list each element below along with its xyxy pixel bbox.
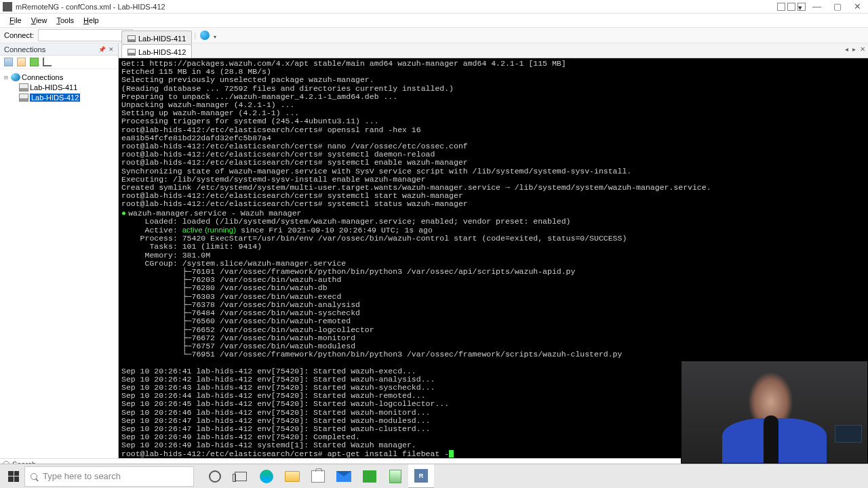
explorer-button[interactable] — [279, 464, 305, 489]
app-icon — [3, 2, 12, 12]
search-placeholder: Type here to search — [43, 471, 121, 481]
webcam-overlay — [681, 361, 868, 464]
notepad-button[interactable] — [382, 464, 408, 489]
titlebar-widgets: ▾ — [777, 3, 806, 11]
connect-label: Connect: — [4, 31, 34, 39]
connections-tree: ⊟Connections Lab-HIDS-411Lab-HIDS-412 — [0, 69, 118, 105]
search-icon — [31, 473, 37, 480]
tree-item-lab-hids-412[interactable]: Lab-HIDS-412 — [1, 92, 117, 102]
new-connection-icon[interactable] — [4, 58, 13, 66]
connections-header: Connections 📌✕ — [0, 43, 118, 56]
panel-pin-icon[interactable]: 📌 — [98, 46, 106, 53]
menu-tools[interactable]: Tools — [52, 15, 78, 26]
tab-prev-icon[interactable]: ◂ — [845, 45, 848, 53]
minimize-button[interactable]: — — [812, 1, 821, 12]
tab-strip: Lab-HIDS-411Lab-HIDS-412 ◂ ▸ ✕ — [119, 43, 868, 58]
title-suffix: confCons.xml - Lab-HIDS-412 — [66, 3, 165, 11]
tree-root[interactable]: ⊟Connections — [1, 72, 117, 82]
tab-next-icon[interactable]: ▸ — [852, 45, 856, 53]
computer-icon — [127, 35, 136, 42]
mremoteng-button[interactable]: R — [408, 464, 434, 489]
globe-icon — [11, 73, 20, 81]
edge-button[interactable] — [254, 464, 279, 489]
computer-icon — [127, 49, 136, 56]
taskbar: Type here to search R — [0, 464, 868, 488]
menu-bar: File View Tools Help — [0, 14, 868, 27]
taskview-button[interactable] — [228, 464, 254, 489]
connections-toolbar — [0, 56, 118, 69]
connections-panel: Connections 📌✕ ⊟Connections Lab-HIDS-411… — [0, 43, 119, 458]
taskbar-search[interactable]: Type here to search — [24, 466, 194, 487]
app-name: mRemoteNG — [16, 3, 59, 11]
globe-dropdown[interactable] — [214, 32, 220, 39]
menu-file[interactable]: File — [5, 15, 26, 26]
menu-view[interactable]: View — [27, 15, 52, 26]
tab-lab-hids-411[interactable]: Lab-HIDS-411 — [121, 30, 192, 44]
mail-button[interactable] — [331, 464, 357, 489]
tree-item-lab-hids-411[interactable]: Lab-HIDS-411 — [1, 82, 117, 92]
menu-help[interactable]: Help — [79, 15, 103, 26]
computer-icon — [19, 94, 28, 102]
sort-icon[interactable] — [43, 58, 52, 66]
tab-close-icon[interactable]: ✕ — [860, 45, 865, 53]
connect-input[interactable] — [38, 29, 133, 41]
start-button[interactable] — [0, 464, 27, 489]
store-button[interactable] — [305, 464, 331, 489]
panel-close-icon[interactable]: ✕ — [108, 46, 114, 53]
app-title: mRemoteNG - confCons.xml - Lab-HIDS-412 — [16, 3, 165, 11]
vm-button[interactable] — [357, 464, 382, 489]
globe-icon[interactable] — [200, 30, 210, 40]
new-folder-icon[interactable] — [17, 58, 26, 66]
computer-icon — [19, 83, 28, 92]
view-icon[interactable] — [30, 58, 39, 66]
tab-lab-hids-412[interactable]: Lab-HIDS-412 — [121, 44, 192, 58]
close-button[interactable]: ✕ — [854, 1, 861, 12]
maximize-button[interactable]: ▢ — [833, 1, 842, 12]
cortana-button[interactable] — [202, 464, 228, 489]
title-bar: mRemoteNG - confCons.xml - Lab-HIDS-412 … — [0, 0, 868, 14]
